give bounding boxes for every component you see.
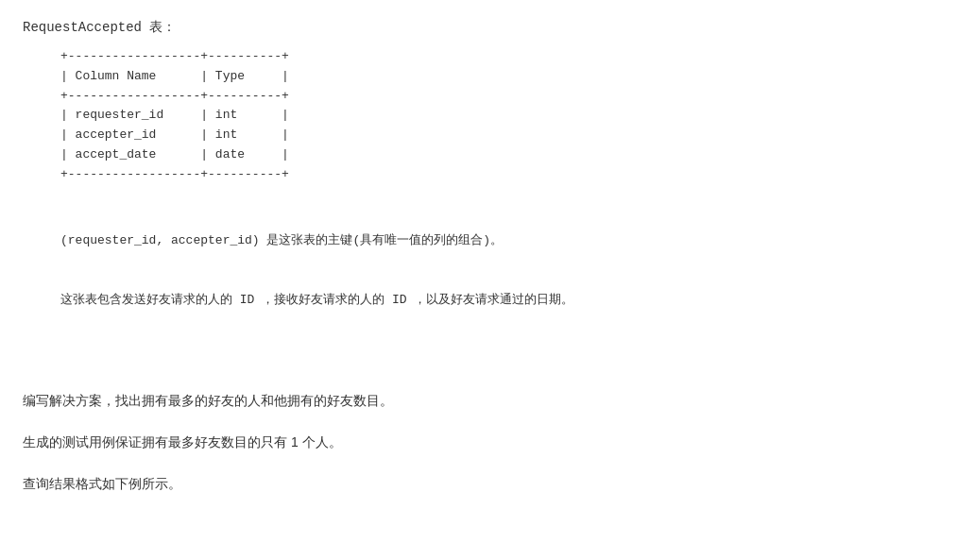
- table-container: +------------------+----------+ | Column…: [60, 47, 951, 185]
- page-content: RequestAccepted 表： +------------------+-…: [23, 19, 951, 497]
- table-notes: (requester_id, accepter_id) 是这张表的主键(具有唯一…: [60, 193, 951, 349]
- description-para1: 编写解决方案，找出拥有最多的好友的人和他拥有的好友数目。: [23, 387, 951, 414]
- table-header-row: | Column Name | Type |: [60, 67, 951, 87]
- table-row-1: | requester_id | int |: [60, 106, 951, 126]
- table-border-middle: +------------------+----------+: [60, 87, 951, 107]
- table-border-bottom: +------------------+----------+: [60, 165, 951, 185]
- table-title: RequestAccepted 表：: [23, 19, 951, 36]
- description-para3: 查询结果格式如下例所示。: [23, 470, 951, 497]
- description-section: 编写解决方案，找出拥有最多的好友的人和他拥有的好友数目。 生成的测试用例保证拥有…: [23, 387, 951, 497]
- table-note-line1: (requester_id, accepter_id) 是这张表的主键(具有唯一…: [60, 231, 951, 251]
- description-para2: 生成的测试用例保证拥有最多好友数目的只有 1 个人。: [23, 429, 951, 455]
- table-border-top: +------------------+----------+: [60, 47, 951, 67]
- table-row-2: | accepter_id | int |: [60, 126, 951, 145]
- table-row-3: | accept_date | date |: [60, 145, 951, 165]
- table-note-line2: 这张表包含发送好友请求的人的 ID ，接收好友请求的人的 ID ，以及好友请求通…: [60, 291, 951, 311]
